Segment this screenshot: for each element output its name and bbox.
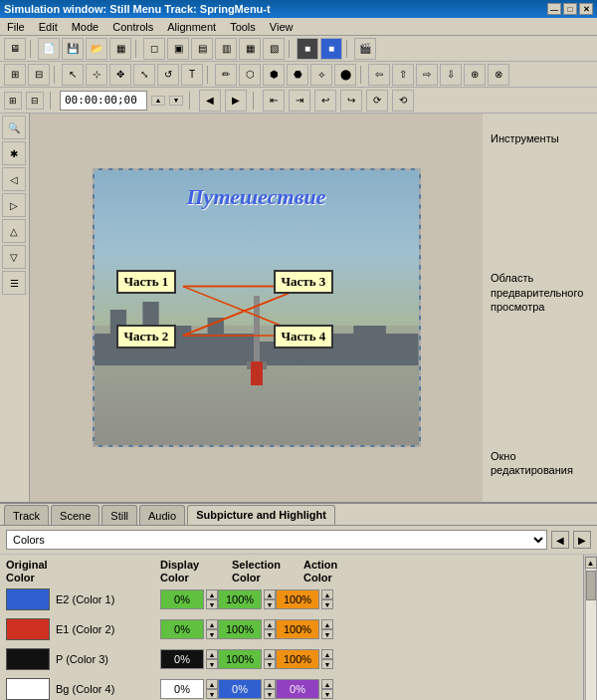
- tool-btn-draw6[interactable]: ⬤: [334, 64, 356, 86]
- chapter-4-box[interactable]: Часть 4: [274, 325, 334, 349]
- action-dn-3[interactable]: ▼: [321, 689, 333, 699]
- scroll-thumb[interactable]: [586, 571, 596, 600]
- tool-btn-draw5[interactable]: ⟡: [310, 64, 332, 86]
- tab-audio[interactable]: Audio: [139, 505, 185, 525]
- tool-btn-6[interactable]: ◻: [143, 38, 165, 60]
- selection-up-3[interactable]: ▲: [264, 679, 276, 689]
- display-up-2[interactable]: ▲: [206, 649, 218, 659]
- action-dn-1[interactable]: ▼: [321, 629, 333, 639]
- side-btn-6[interactable]: ▽: [2, 245, 26, 269]
- side-btn-4[interactable]: ▷: [2, 193, 26, 217]
- tool-btn-draw4[interactable]: ⬣: [287, 64, 308, 86]
- chapter-2-box[interactable]: Часть 2: [116, 325, 177, 349]
- nav-a[interactable]: ⇤: [263, 90, 285, 112]
- timecode-tool-2[interactable]: ⊟: [26, 92, 44, 110]
- tool-btn-7[interactable]: ▣: [167, 38, 189, 60]
- tool-btn-1[interactable]: 🖥: [4, 38, 26, 60]
- tool-btn-12[interactable]: ■: [297, 38, 318, 60]
- tool-btn-14[interactable]: 🎬: [354, 38, 376, 60]
- tab-track[interactable]: Track: [4, 505, 49, 525]
- display-dn-1[interactable]: ▼: [206, 629, 218, 639]
- action-up-2[interactable]: ▲: [321, 649, 333, 659]
- timecode-spin-up[interactable]: ▲: [151, 96, 165, 106]
- minimize-button[interactable]: —: [547, 3, 561, 15]
- selection-up-0[interactable]: ▲: [264, 589, 276, 599]
- tab-still[interactable]: Still: [101, 505, 137, 525]
- chapter-1-box[interactable]: Часть 1: [116, 270, 177, 294]
- tool-btn-13[interactable]: ■: [320, 38, 342, 60]
- tool-btn-nav2[interactable]: ⇧: [392, 64, 414, 86]
- side-btn-3[interactable]: ◁: [2, 167, 26, 191]
- tool-btn-nav5[interactable]: ⊕: [464, 64, 486, 86]
- tool-btn-arrow[interactable]: ↖: [62, 64, 84, 86]
- action-dn-2[interactable]: ▼: [321, 659, 333, 669]
- menu-tools[interactable]: Tools: [227, 20, 259, 34]
- dropdown-prev[interactable]: ◀: [551, 531, 569, 549]
- tool-btn-text[interactable]: T: [181, 64, 203, 86]
- tool-btn-nav6[interactable]: ⊗: [488, 64, 509, 86]
- tool-btn-resize[interactable]: ⤡: [133, 64, 155, 86]
- timecode-tool-1[interactable]: ⊞: [4, 92, 22, 110]
- display-up-1[interactable]: ▲: [206, 619, 218, 629]
- tool-btn-rotate[interactable]: ↺: [157, 64, 179, 86]
- side-btn-1[interactable]: 🔍: [2, 116, 26, 139]
- menu-controls[interactable]: Controls: [109, 20, 156, 34]
- selection-up-2[interactable]: ▲: [264, 649, 276, 659]
- menu-alignment[interactable]: Alignment: [164, 20, 219, 34]
- display-dn-0[interactable]: ▼: [206, 599, 218, 609]
- menu-file[interactable]: File: [4, 20, 28, 34]
- tool-btn-draw3[interactable]: ⬢: [263, 64, 285, 86]
- display-dn-3[interactable]: ▼: [206, 689, 218, 699]
- menu-edit[interactable]: Edit: [36, 20, 61, 34]
- tool-btn-select[interactable]: ⊹: [86, 64, 107, 86]
- display-up-3[interactable]: ▲: [206, 679, 218, 689]
- nav-d[interactable]: ↪: [340, 90, 362, 112]
- nav-b[interactable]: ⇥: [289, 90, 310, 112]
- selection-dn-1[interactable]: ▼: [264, 629, 276, 639]
- tool-btn-nav3[interactable]: ⇨: [416, 64, 438, 86]
- tool-btn-3[interactable]: 💾: [62, 38, 84, 60]
- display-up-0[interactable]: ▲: [206, 589, 218, 599]
- tool-btn-4[interactable]: 📂: [86, 38, 107, 60]
- nav-e[interactable]: ⟳: [366, 90, 388, 112]
- scroll-up-btn[interactable]: ▲: [585, 557, 597, 569]
- tool-btn-draw2[interactable]: ⬡: [239, 64, 261, 86]
- maximize-button[interactable]: □: [563, 3, 577, 15]
- chapter-3-box[interactable]: Часть 3: [274, 270, 334, 294]
- display-dn-2[interactable]: ▼: [206, 659, 218, 669]
- nav-c[interactable]: ↩: [314, 90, 336, 112]
- action-dn-0[interactable]: ▼: [321, 599, 333, 609]
- play-back-button[interactable]: ◀: [199, 90, 221, 112]
- action-up-1[interactable]: ▲: [321, 619, 333, 629]
- tool-btn-11[interactable]: ▧: [263, 38, 285, 60]
- selection-dn-3[interactable]: ▼: [264, 689, 276, 699]
- tool-btn-draw1[interactable]: ✏: [215, 64, 237, 86]
- dropdown-next[interactable]: ▶: [573, 531, 591, 549]
- tab-subpicture[interactable]: Subpicture and Highlight: [187, 505, 335, 525]
- tool-btn-9[interactable]: ▥: [215, 38, 237, 60]
- tool-btn-nav1[interactable]: ⇦: [368, 64, 390, 86]
- scrollbar[interactable]: ▲ ▼: [583, 555, 597, 700]
- colors-dropdown[interactable]: Colors: [6, 530, 547, 550]
- menu-mode[interactable]: Mode: [69, 20, 102, 34]
- timecode-spin-dn[interactable]: ▼: [169, 96, 183, 106]
- action-up-3[interactable]: ▲: [321, 679, 333, 689]
- side-btn-2[interactable]: ✱: [2, 141, 26, 165]
- tool-btn-10[interactable]: ▦: [239, 38, 261, 60]
- side-btn-7[interactable]: ☰: [2, 271, 26, 295]
- tool-btn-move[interactable]: ✥: [109, 64, 131, 86]
- tool-btn-2[interactable]: 📄: [38, 38, 60, 60]
- play-button[interactable]: ▶: [225, 90, 247, 112]
- tool-btn-16[interactable]: ⊟: [28, 64, 50, 86]
- tool-btn-15[interactable]: ⊞: [4, 64, 26, 86]
- tool-btn-5[interactable]: ▦: [109, 38, 131, 60]
- tool-btn-nav4[interactable]: ⇩: [440, 64, 462, 86]
- tab-scene[interactable]: Scene: [51, 505, 100, 525]
- selection-up-1[interactable]: ▲: [264, 619, 276, 629]
- nav-f[interactable]: ⟲: [392, 90, 414, 112]
- action-up-0[interactable]: ▲: [321, 589, 333, 599]
- tool-btn-8[interactable]: ▤: [191, 38, 213, 60]
- selection-dn-0[interactable]: ▼: [264, 599, 276, 609]
- selection-dn-2[interactable]: ▼: [264, 659, 276, 669]
- side-btn-5[interactable]: △: [2, 219, 26, 243]
